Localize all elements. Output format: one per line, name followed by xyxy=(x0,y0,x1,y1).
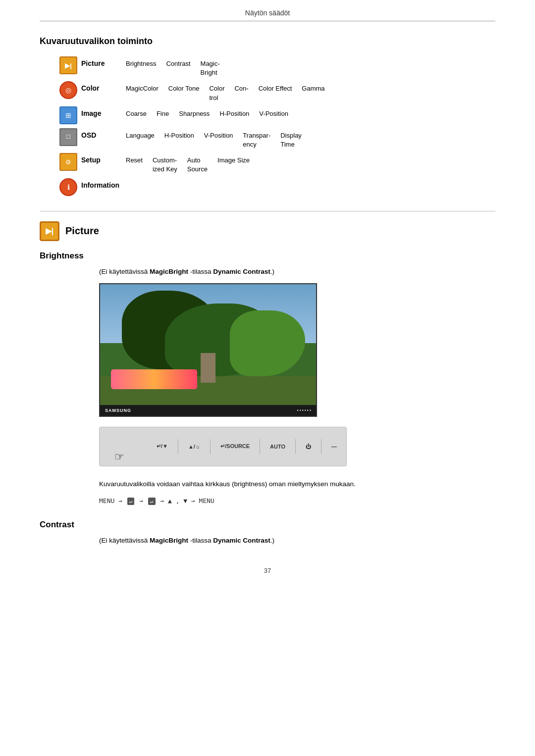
image-icon: ⊞ xyxy=(59,106,77,124)
color-label: Color xyxy=(81,81,126,92)
setup-item-reset: Reset xyxy=(126,156,143,174)
page-container: Näytön säädöt Kuvaruutuvalikon toiminto … xyxy=(0,0,535,756)
menu-row-information: ℹ Information xyxy=(59,178,466,196)
control-sep3 xyxy=(260,439,260,454)
osd-item-display-time: DisplayTime xyxy=(280,131,302,149)
monitor-samsung-bar: SAMSUNG ▪ ▪ ▪ ▪ ▪ ▪ xyxy=(100,405,316,416)
menu-row-osd: ☐ OSD Language H-Position V-Position Tra… xyxy=(59,128,466,149)
image-label: Image xyxy=(81,106,126,117)
color-item-con: Con- xyxy=(234,84,248,102)
control-menu-btn: ↵/▼ xyxy=(157,443,168,450)
foliage-light xyxy=(230,310,306,376)
brightness-description: Kuvaruutuvalikoilla voidaan vaihtaa kirk… xyxy=(99,479,495,490)
main-section-title: Kuvaruutuvalikon toiminto xyxy=(40,36,495,47)
osd-items: Language H-Position V-Position Transpar-… xyxy=(126,128,466,149)
control-sep2 xyxy=(210,439,211,454)
color-icon: ◎ xyxy=(59,81,77,99)
color-items: MagicColor Color Tone Colortrol Con- Col… xyxy=(126,81,466,102)
setup-label: Setup xyxy=(81,153,126,164)
osd-item-transparency: Transpar-ency xyxy=(243,131,270,149)
divider-1 xyxy=(40,211,495,211)
page-header: Näytön säädöt xyxy=(40,0,495,21)
menu-table: ▶| Picture Brightness Contrast Magic-Bri… xyxy=(59,56,466,196)
color-item-tone: Color Tone xyxy=(168,84,200,102)
control-minus-btn: — xyxy=(331,444,337,450)
path-icon-2: ↵ xyxy=(148,498,156,505)
header-title: Näytön säädöt xyxy=(245,9,290,17)
setup-item-imagesize: Image Size xyxy=(217,156,250,174)
control-auto-btn: AUTO xyxy=(270,444,285,450)
contrast-title: Contrast xyxy=(40,520,495,530)
image-item-vpos: V-Position xyxy=(259,109,288,118)
menu-row-image: ⊞ Image Coarse Fine Sharpness H-Position… xyxy=(59,106,466,124)
osd-item-language: Language xyxy=(126,131,155,149)
picture-section-icon: ▶| xyxy=(40,221,59,241)
info-icon: ℹ xyxy=(59,178,77,196)
osd-icon: ☐ xyxy=(59,128,77,146)
picture-section-title: Picture xyxy=(65,225,99,237)
info-label: Information xyxy=(81,178,126,189)
control-sep4 xyxy=(295,439,296,454)
page-number: 37 xyxy=(264,567,271,574)
menu-row-setup: ⚙ Setup Reset Custom-ized Key AutoSource… xyxy=(59,153,466,174)
image-items: Coarse Fine Sharpness H-Position V-Posit… xyxy=(126,106,466,118)
page-footer: 37 xyxy=(40,552,495,584)
image-item-hpos: H-Position xyxy=(219,109,249,118)
picture-section-header: ▶| Picture xyxy=(40,221,495,241)
brightness-title: Brightness xyxy=(40,251,495,261)
monitor-pagoda xyxy=(201,353,215,383)
picture-icon: ▶| xyxy=(59,56,77,74)
setup-item-custom: Custom-ized Key xyxy=(153,156,177,174)
monitor-flowers xyxy=(111,369,197,389)
menu-row-color: ◎ Color MagicColor Color Tone Colortrol … xyxy=(59,81,466,102)
brightness-note: (Ei käytettävissä MagicBright -tilassa D… xyxy=(99,268,495,275)
brightness-section: Brightness (Ei käytettävissä MagicBright… xyxy=(40,251,495,505)
monitor-screen: SAMSUNG ▪ ▪ ▪ ▪ ▪ ▪ xyxy=(99,283,317,417)
image-item-coarse: Coarse xyxy=(126,109,147,118)
picture-item-brightness: Brightness xyxy=(126,59,156,77)
control-up-btn: ▲/☼ xyxy=(188,444,200,450)
setup-icon: ⚙ xyxy=(59,153,77,171)
menu-row-picture: ▶| Picture Brightness Contrast Magic-Bri… xyxy=(59,56,466,77)
picture-item-magic: Magic-Bright xyxy=(201,59,220,77)
info-items xyxy=(126,178,466,181)
contrast-note-bold1: MagicBright xyxy=(150,537,188,544)
picture-item-contrast: Contrast xyxy=(166,59,190,77)
image-item-sharpness: Sharpness xyxy=(179,109,210,118)
control-panel: ☞ ↵/▼ ▲/☼ ↵/SOURCE AUTO ⏻ — xyxy=(99,427,347,466)
color-item-magiccolor: MagicColor xyxy=(126,84,159,102)
osd-item-vpos: V-Position xyxy=(204,131,233,149)
setup-item-auto: AutoSource xyxy=(187,156,208,174)
picture-items: Brightness Contrast Magic-Bright xyxy=(126,56,466,77)
osd-label: OSD xyxy=(81,128,126,139)
osd-item-hpos: H-Position xyxy=(164,131,194,149)
color-item-gamma: Gamma xyxy=(302,84,324,102)
brightness-menu-path: MENU → ↵ → ↵ → ▲ , ▼ → MENU xyxy=(99,497,495,505)
samsung-logo: SAMSUNG xyxy=(105,408,131,413)
control-power-btn: ⏻ xyxy=(306,444,311,450)
monitor-scene: SAMSUNG ▪ ▪ ▪ ▪ ▪ ▪ xyxy=(100,284,316,416)
contrast-note-bold2: Dynamic Contrast xyxy=(213,537,270,544)
color-item-color: Colortrol xyxy=(209,84,224,102)
control-sep5 xyxy=(321,439,321,454)
setup-items: Reset Custom-ized Key AutoSource Image S… xyxy=(126,153,466,174)
hand-pointer-icon: ☞ xyxy=(114,451,124,463)
contrast-note: (Ei käytettävissä MagicBright -tilassa D… xyxy=(99,537,495,544)
path-icon-1: ↵ xyxy=(127,498,135,505)
image-item-fine: Fine xyxy=(157,109,169,118)
monitor-display: SAMSUNG ▪ ▪ ▪ ▪ ▪ ▪ xyxy=(99,283,317,417)
color-item-effect: Color Effect xyxy=(259,84,292,102)
samsung-dots: ▪ ▪ ▪ ▪ ▪ ▪ xyxy=(297,408,311,412)
brightness-note-bold1: MagicBright xyxy=(150,268,188,275)
contrast-section: Contrast (Ei käytettävissä MagicBright -… xyxy=(40,520,495,544)
brightness-note-bold2: Dynamic Contrast xyxy=(213,268,270,275)
control-sep1 xyxy=(178,439,178,454)
control-source-btn: ↵/SOURCE xyxy=(220,443,250,450)
picture-label: Picture xyxy=(81,56,126,67)
